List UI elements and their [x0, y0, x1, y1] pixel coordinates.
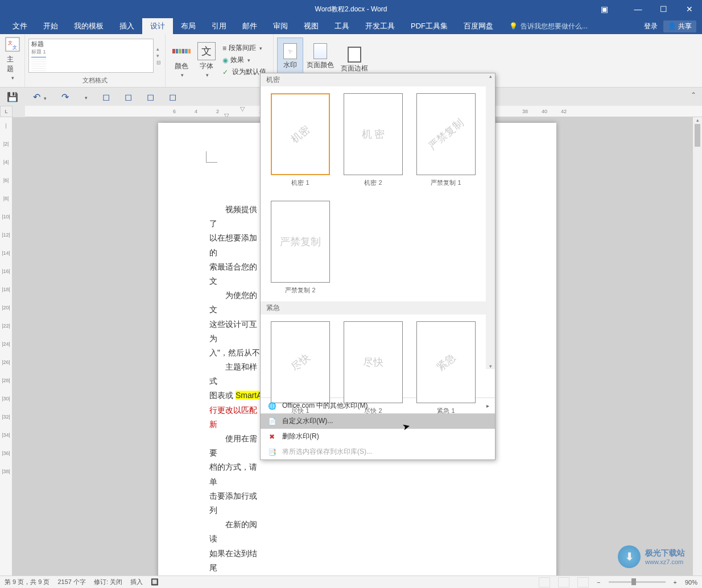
status-track[interactable]: 修订: 关闭: [94, 578, 122, 586]
tab-developer[interactable]: 开发工具: [357, 18, 403, 34]
scroll-up-button[interactable]: ▴: [693, 117, 702, 123]
zoom-out-button[interactable]: −: [597, 579, 600, 586]
qat-button-4[interactable]: ◻: [169, 92, 176, 102]
tab-file[interactable]: 文件: [5, 18, 35, 34]
gallery-up-button[interactable]: ▴: [156, 45, 162, 52]
fonts-button[interactable]: 文 字体 ▾: [194, 38, 219, 83]
share-label: 共享: [678, 22, 692, 31]
ruler-corner[interactable]: L: [0, 106, 13, 117]
maximize-button[interactable]: ☐: [651, 0, 676, 18]
menu-office-watermarks[interactable]: 🌐 Office.com 中的其他水印(M) ▸: [261, 398, 495, 413]
save-button[interactable]: 💾: [7, 92, 18, 102]
gallery-scrollbar[interactable]: ▴ ▾: [486, 73, 495, 369]
status-insert[interactable]: 插入: [130, 578, 143, 586]
thumb-label: 严禁复制 2: [285, 286, 315, 295]
watermark-item-confidential-2[interactable]: 机 密 机密 2: [344, 93, 403, 187]
tab-view[interactable]: 视图: [296, 18, 327, 34]
scroll-down-button[interactable]: ▾: [486, 363, 495, 369]
qat-button-1[interactable]: ◻: [102, 92, 110, 102]
themes-label: 主题: [7, 55, 18, 74]
tab-pdf[interactable]: PDF工具集: [403, 18, 456, 34]
ribbon-collapse-button[interactable]: ⌃: [691, 91, 696, 99]
colors-button[interactable]: 颜色 ▾: [169, 38, 194, 83]
tab-review[interactable]: 审阅: [265, 18, 296, 34]
gallery-more-button[interactable]: ⊟: [156, 59, 162, 66]
zoom-in-button[interactable]: +: [674, 579, 677, 586]
web-layout-button[interactable]: [577, 577, 589, 587]
menu-custom-watermark[interactable]: 📄 自定义水印(W)...: [261, 413, 495, 429]
redo-button[interactable]: ↷: [61, 92, 69, 102]
tab-insert[interactable]: 插入: [112, 18, 142, 34]
menu-remove-watermark[interactable]: ✖ 删除水印(R): [261, 429, 495, 444]
text-line: 如果在达到结尾: [209, 549, 257, 572]
style-set-gallery[interactable]: 标题 标题 1: [28, 39, 154, 73]
status-words[interactable]: 2157 个字: [57, 578, 86, 586]
zoom-level[interactable]: 90%: [685, 579, 697, 586]
tab-baidu[interactable]: 百度网盘: [456, 18, 501, 34]
ribbon-display-controls: ▣: [592, 0, 617, 18]
page-borders-icon: [348, 47, 361, 63]
page-color-label: 页面颜色: [307, 60, 334, 70]
vertical-ruler[interactable]: ||2||4||6||8||10||12||14||16||18||20||22…: [0, 117, 13, 575]
watermark-item-nocopy-2[interactable]: 严禁复制 严禁复制 2: [271, 201, 330, 295]
thumb-text: 严禁复制: [426, 116, 466, 153]
themes-button[interactable]: 文文 主题 ▾: [3, 35, 21, 81]
watermark-dropdown-panel: 机密 机密 机密 1 机 密 机密 2 严禁复制 严禁复制 1 严禁复制 严禁复…: [260, 73, 495, 460]
thumb-text: 尽快: [288, 350, 312, 374]
tab-home[interactable]: 开始: [35, 18, 66, 34]
text-line: 击要添加行或列: [209, 491, 257, 515]
text-line: 主题和样式: [209, 360, 264, 388]
first-line-indent-icon[interactable]: ▽: [240, 105, 245, 113]
tab-design[interactable]: 设计: [142, 18, 173, 34]
page-corner-mark: [206, 151, 217, 163]
thumb-text: 机 密: [362, 127, 385, 141]
menu-label: 删除水印(R): [282, 432, 319, 441]
thumb-label: 严禁复制 1: [431, 179, 461, 187]
page-color-icon: [313, 43, 327, 59]
qat-button-3[interactable]: ◻: [147, 92, 154, 102]
status-recording-icon[interactable]: 🔲: [151, 578, 159, 586]
text-line: 入"，然后从不: [209, 348, 260, 357]
qat-button-2[interactable]: ◻: [125, 92, 132, 102]
print-layout-button[interactable]: [558, 577, 569, 587]
login-link[interactable]: 登录: [644, 22, 658, 31]
thumb-text: 机密: [288, 122, 312, 146]
text-line: 索最适合您的文: [209, 262, 257, 285]
tab-templates[interactable]: 我的模板: [66, 18, 112, 34]
paragraph-spacing-button[interactable]: ≡段落间距▾: [219, 42, 270, 54]
chevron-down-icon: ▾: [85, 95, 88, 101]
effects-label: 效果: [230, 55, 244, 65]
tab-layout[interactable]: 布局: [173, 18, 204, 34]
watermark-item-nocopy-1[interactable]: 严禁复制 严禁复制 1: [416, 93, 476, 187]
zoom-slider[interactable]: [609, 581, 666, 583]
site-url: www.xz7.com: [645, 558, 685, 565]
effects-icon: ◉: [222, 56, 228, 64]
minimize-button[interactable]: —: [625, 0, 651, 18]
text-line: 视频提供了: [209, 202, 264, 231]
touch-mode-button[interactable]: ▾: [84, 92, 88, 102]
read-mode-button[interactable]: [539, 577, 550, 587]
tab-tools[interactable]: 工具: [327, 18, 357, 34]
tell-me-box[interactable]: 💡 告诉我您想要做什么...: [501, 18, 588, 34]
zoom-slider-knob[interactable]: [631, 578, 636, 585]
undo-button[interactable]: ↶ ▾: [33, 92, 47, 102]
gallery-down-button[interactable]: ▾: [156, 52, 162, 59]
document-text[interactable]: 视频提供了 以在想要添加的 索最适合您的文 为使您的文 这些设计可互为 入"，然…: [209, 202, 264, 575]
share-button[interactable]: 👤共享: [663, 20, 696, 32]
window-title: Word教程2.docx - Word: [315, 5, 387, 14]
tab-references[interactable]: 引用: [204, 18, 234, 34]
chevron-down-icon: ▾: [11, 75, 14, 81]
status-page[interactable]: 第 9 页，共 9 页: [5, 578, 49, 586]
vertical-scrollbar[interactable]: ▴: [693, 117, 702, 575]
ribbon-options-button[interactable]: ▣: [592, 0, 617, 18]
tab-mailings[interactable]: 邮件: [234, 18, 265, 34]
chevron-down-icon: ▾: [181, 72, 184, 78]
scroll-up-button[interactable]: ▴: [486, 73, 495, 79]
text-line: 档的方式，请单: [209, 462, 257, 486]
scrollbar-thumb[interactable]: [695, 124, 700, 147]
menu-label: Office.com 中的其他水印(M): [282, 401, 367, 411]
close-button[interactable]: ✕: [676, 0, 702, 18]
watermark-item-confidential-1[interactable]: 机密 机密 1: [271, 93, 330, 187]
effects-button[interactable]: ◉效果▾: [219, 54, 270, 66]
menu-label: 自定义水印(W)...: [282, 416, 333, 426]
